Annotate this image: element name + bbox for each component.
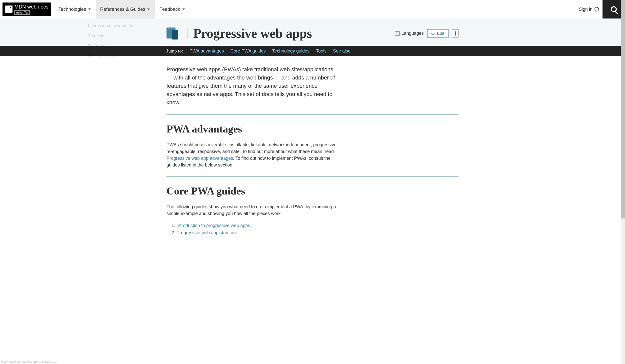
signin-link[interactable]: Sign in (579, 7, 599, 12)
jump-link-core-guides[interactable]: Core PWA guides (230, 48, 266, 54)
chevron-down-icon (147, 8, 150, 10)
pwa-icon (166, 28, 180, 40)
chevron-down-icon (88, 8, 91, 10)
gear-icon (455, 31, 456, 36)
edit-button[interactable]: Edit (427, 29, 448, 38)
page-title: Progressive web apps (193, 26, 312, 41)
guides-list: Introduction to progressive web apps Pro… (176, 222, 458, 236)
divider (188, 28, 188, 39)
github-icon (594, 7, 599, 12)
languages-label: Languages (402, 31, 424, 36)
logo-text-bottom: moz://a (14, 10, 30, 15)
nav-technologies[interactable]: Technologies (54, 0, 96, 18)
link-intro-pwa[interactable]: Introduction to progressive web apps (176, 223, 250, 228)
edit-label: Edit (437, 31, 444, 36)
language-icon (395, 31, 400, 36)
jumpto-label: Jump to: (166, 48, 183, 54)
link-pwa-structure[interactable]: Progressive web app structure (176, 230, 237, 235)
nav-label: Technologies (58, 6, 86, 12)
list-item: Progressive web app structure (176, 229, 458, 236)
nav-references-guides[interactable]: References & Guides (96, 0, 155, 18)
logo-text-top: MDN web docs (14, 4, 48, 10)
section-heading-advantages: PWA advantages (166, 123, 458, 135)
section-divider (166, 114, 458, 115)
references-dropdown: Learn web development Tutorials Referenc… (84, 18, 138, 64)
signin-label: Sign in (579, 7, 592, 12)
search-icon (611, 6, 617, 12)
core-guides-paragraph: The following guides show you what need … (166, 204, 342, 217)
pencil-icon (431, 31, 435, 36)
jump-link-pwa-advantages[interactable]: PWA advantages (190, 48, 224, 54)
dino-icon (5, 6, 12, 13)
section-divider (166, 176, 458, 177)
vertical-scrollbar[interactable] (621, 0, 625, 236)
mdn-logo[interactable]: MDN web docs moz://a (2, 2, 51, 16)
dropdown-item[interactable]: References (84, 41, 138, 51)
nav-label: References & Guides (100, 6, 146, 12)
nav-label: Feedback (159, 6, 180, 12)
scrollbar-thumb[interactable] (621, 0, 625, 218)
list-item: Introduction to progressive web apps (176, 222, 458, 229)
dropdown-item[interactable]: Tutorials (84, 31, 138, 41)
nav-feedback[interactable]: Feedback (155, 0, 190, 18)
settings-button[interactable] (452, 30, 458, 38)
intro-paragraph: Progressive web apps (PWAs) take traditi… (166, 65, 336, 106)
dropdown-item[interactable]: Learn web development (84, 21, 138, 31)
jump-link-technology-guides[interactable]: Technology guides (272, 48, 310, 54)
chevron-down-icon (182, 8, 185, 10)
advantages-paragraph: PWAs should be discoverable, installable… (166, 142, 342, 168)
jump-link-tools[interactable]: Tools (316, 48, 326, 54)
languages-button[interactable]: Languages (395, 31, 424, 36)
dropdown-item[interactable]: Developer Guides (84, 51, 138, 61)
jump-link-see-also[interactable]: See also (333, 48, 350, 54)
link-pwa-advantages[interactable]: Progressive web app advantages (166, 156, 233, 161)
section-heading-core-guides: Core PWA guides (166, 185, 458, 197)
